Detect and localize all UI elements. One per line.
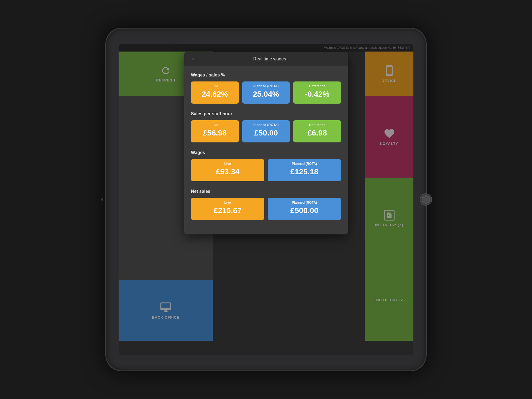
net-sales-live-label: Live xyxy=(224,201,231,204)
wages-live-value: £53.34 xyxy=(216,167,240,176)
home-button[interactable] xyxy=(420,193,432,206)
wages-sales-section: Wages / sales % Live 24.62% Planned (ROT… xyxy=(191,73,341,104)
sales-hour-diff-card: Difference £6.98 xyxy=(293,120,341,142)
sales-hour-planned-label: Planned (ROTA) xyxy=(253,123,278,127)
wages-row: Live £53.34 Planned (ROTA) £125.18 xyxy=(191,159,341,181)
wages-planned-value: £125.18 xyxy=(290,167,318,176)
wages-sales-live-value: 24.62% xyxy=(202,90,228,99)
wages-section: Wages Live £53.34 Planned (ROTA) £125.18 xyxy=(191,150,341,181)
sales-hour-planned-value: £50.00 xyxy=(254,129,278,137)
net-sales-live-card: Live £216.67 xyxy=(191,198,264,220)
modal-real-time-wages: × Real time wages Wages / sales % Live 2… xyxy=(184,52,348,234)
wages-heading: Wages xyxy=(191,150,341,155)
camera-dot xyxy=(101,198,103,201)
modal-title: Real time wages xyxy=(197,57,342,62)
wages-sales-live-label: Live xyxy=(211,84,218,88)
wages-sales-planned-value: 25.04% xyxy=(253,90,279,99)
wages-sales-diff-label: Difference xyxy=(309,84,325,88)
sales-hour-diff-value: £6.98 xyxy=(308,129,327,137)
wages-sales-planned-card: Planned (ROTA) 25.04% xyxy=(242,81,290,104)
tablet-screen: Waitress EPOS @ http://bartest.rposcloud… xyxy=(119,44,413,355)
tablet-frame: Waitress EPOS @ http://bartest.rposcloud… xyxy=(105,28,427,371)
wages-sales-planned-label: Planned (ROTA) xyxy=(253,84,278,88)
wages-sales-row: Live 24.62% Planned (ROTA) 25.04% Differ… xyxy=(191,81,341,104)
home-button-inner xyxy=(422,195,430,204)
modal-header: × Real time wages xyxy=(184,52,348,66)
wages-sales-heading: Wages / sales % xyxy=(191,73,341,78)
wages-sales-live-card: Live 24.62% xyxy=(191,81,239,104)
sales-per-hour-heading: Sales per staff hour xyxy=(191,111,341,116)
wages-planned-card: Planned (ROTA) £125.18 xyxy=(268,159,341,181)
sales-hour-live-value: £56.98 xyxy=(203,129,227,137)
wages-sales-diff-value: -0.42% xyxy=(305,90,329,99)
sales-per-hour-section: Sales per staff hour Live £56.98 Planned… xyxy=(191,111,341,142)
net-sales-planned-value: £500.00 xyxy=(290,206,318,215)
wages-sales-diff-card: Difference -0.42% xyxy=(293,81,341,104)
sales-hour-planned-card: Planned (ROTA) £50.00 xyxy=(242,120,290,142)
net-sales-planned-label: Planned (ROTA) xyxy=(292,201,317,204)
sales-hour-diff-label: Difference xyxy=(309,123,325,127)
net-sales-planned-card: Planned (ROTA) £500.00 xyxy=(268,198,341,220)
sales-hour-live-label: Live xyxy=(211,123,218,127)
sales-hour-live-card: Live £56.98 xyxy=(191,120,239,142)
net-sales-section: Net sales Live £216.67 Planned (ROTA) £5… xyxy=(191,189,341,220)
wages-live-label: Live xyxy=(224,162,231,166)
net-sales-live-value: £216.67 xyxy=(214,206,242,215)
sales-per-hour-row: Live £56.98 Planned (ROTA) £50.00 Differ… xyxy=(191,120,341,142)
modal-close-button[interactable]: × xyxy=(190,56,197,62)
wages-live-card: Live £53.34 xyxy=(191,159,264,181)
modal-overlay: × Real time wages Wages / sales % Live 2… xyxy=(119,44,413,355)
wages-planned-label: Planned (ROTA) xyxy=(292,162,317,166)
modal-body: Wages / sales % Live 24.62% Planned (ROT… xyxy=(184,66,348,234)
net-sales-heading: Net sales xyxy=(191,189,341,194)
net-sales-row: Live £216.67 Planned (ROTA) £500.00 xyxy=(191,198,341,220)
